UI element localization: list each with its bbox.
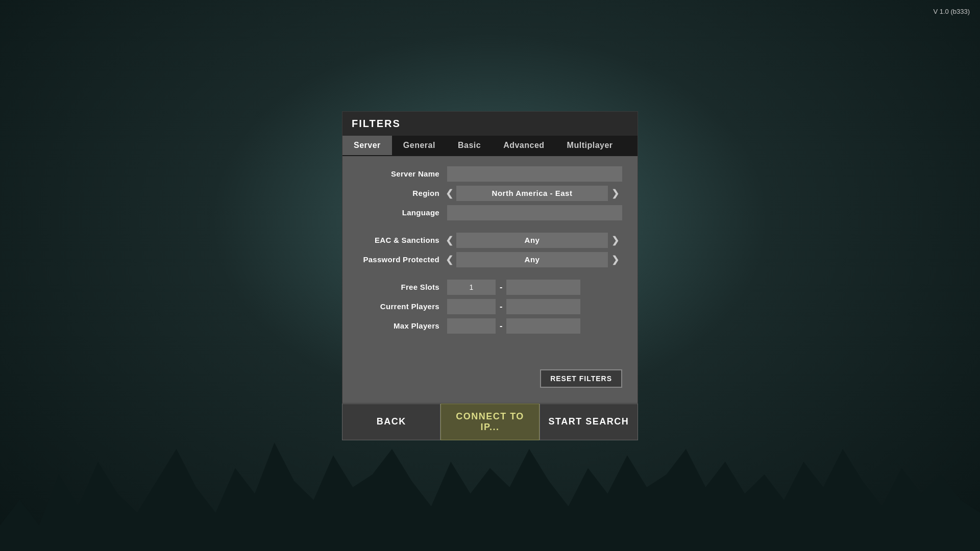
- tab-general[interactable]: General: [392, 136, 447, 155]
- eac-right-arrow[interactable]: ❯: [608, 233, 622, 248]
- max-players-dash: -: [500, 321, 502, 331]
- version-label: V 1.0 (b333): [933, 8, 970, 15]
- start-search-button[interactable]: START SEARCH: [540, 404, 638, 440]
- tab-multiplayer[interactable]: Multiplayer: [556, 136, 624, 155]
- tab-server[interactable]: Server: [342, 136, 392, 155]
- max-players-row: Max Players -: [358, 318, 622, 334]
- current-players-min-input[interactable]: [447, 299, 496, 314]
- tab-advanced[interactable]: Advanced: [492, 136, 555, 155]
- max-players-max-input[interactable]: [506, 318, 580, 334]
- server-name-input[interactable]: [447, 166, 622, 182]
- spacer-2: [358, 271, 622, 280]
- password-left-arrow[interactable]: ❮: [442, 252, 456, 267]
- region-row: Region ❮ North America - East ❯: [358, 186, 622, 201]
- free-slots-min-input[interactable]: [447, 280, 496, 295]
- tab-basic[interactable]: Basic: [447, 136, 492, 155]
- server-name-row: Server Name: [358, 166, 622, 182]
- eac-row: EAC & Sanctions ❮ Any ❯: [358, 233, 622, 248]
- free-slots-row: Free Slots -: [358, 280, 622, 295]
- eac-left-arrow[interactable]: ❮: [442, 233, 456, 248]
- dialog-container: FILTERS Server General Basic Advanced Mu…: [342, 111, 638, 440]
- region-value: North America - East: [456, 186, 608, 201]
- tabs-bar: Server General Basic Advanced Multiplaye…: [342, 136, 638, 156]
- eac-value: Any: [456, 233, 608, 248]
- password-value: Any: [456, 252, 608, 267]
- region-right-arrow[interactable]: ❯: [608, 186, 622, 201]
- panel-content: Server Name Region ❮ North America - Eas…: [342, 156, 638, 403]
- eac-label: EAC & Sanctions: [358, 236, 439, 244]
- max-players-label: Max Players: [358, 321, 439, 330]
- footer-buttons: BACK CONNECT TO IP... START SEARCH: [342, 404, 638, 440]
- password-row: Password Protected ❮ Any ❯: [358, 252, 622, 267]
- server-name-label: Server Name: [358, 169, 439, 178]
- language-row: Language: [358, 205, 622, 220]
- current-players-row: Current Players -: [358, 299, 622, 314]
- language-input[interactable]: [447, 205, 622, 220]
- free-slots-max-input[interactable]: [506, 280, 580, 295]
- filters-panel: FILTERS Server General Basic Advanced Mu…: [342, 111, 638, 404]
- max-players-min-input[interactable]: [447, 318, 496, 334]
- current-players-max-input[interactable]: [506, 299, 580, 314]
- language-label: Language: [358, 208, 439, 217]
- free-slots-dash: -: [500, 283, 502, 292]
- current-players-dash: -: [500, 302, 502, 311]
- password-right-arrow[interactable]: ❯: [608, 252, 622, 267]
- back-button[interactable]: BACK: [342, 404, 440, 440]
- filters-title: FILTERS: [342, 112, 638, 136]
- bottom-bar: RESET FILTERS: [358, 364, 622, 388]
- free-slots-label: Free Slots: [358, 283, 439, 291]
- reset-filters-button[interactable]: RESET FILTERS: [540, 369, 622, 388]
- connect-button[interactable]: CONNECT TO IP...: [440, 404, 539, 440]
- current-players-label: Current Players: [358, 302, 439, 311]
- region-left-arrow[interactable]: ❮: [442, 186, 456, 201]
- spacer-1: [358, 224, 622, 233]
- region-label: Region: [358, 189, 439, 197]
- password-label: Password Protected: [358, 255, 439, 264]
